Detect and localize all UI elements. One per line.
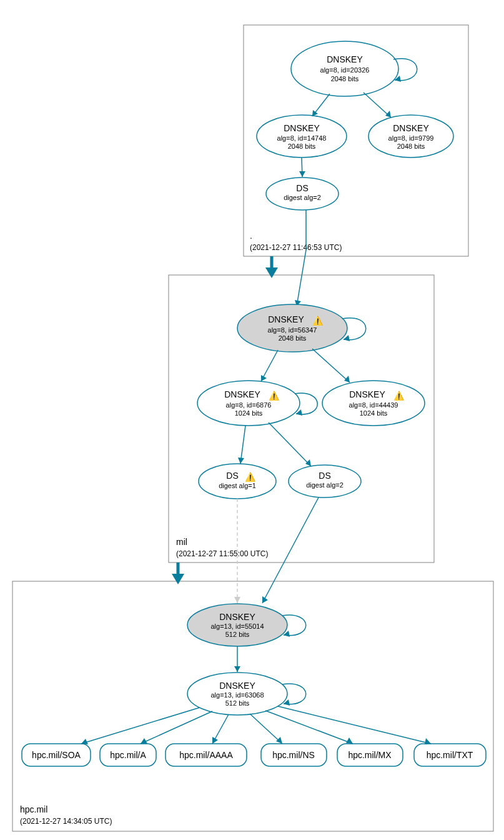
zone-mil-label: mil	[176, 537, 187, 547]
node-mil-ds1: DS ⚠️ digest alg=1	[199, 464, 276, 499]
edge-zsk-soa	[81, 708, 200, 744]
edge-zsk-txt	[278, 706, 431, 744]
node-mil-ds2: DS digest alg=2	[289, 465, 361, 498]
node-mil-zsk1-title: DNSKEY	[224, 389, 260, 399]
node-hpc-ksk-title: DNSKEY	[219, 612, 255, 622]
edge-zsk-a	[141, 711, 212, 744]
rr-ns: hpc.mil/NS	[272, 750, 315, 760]
node-root-ds-alg: digest alg=2	[284, 194, 321, 201]
arrow-rootksk-zsk2	[385, 111, 391, 118]
node-mil-ksk-title: DNSKEY	[268, 314, 304, 324]
rr-aaaa: hpc.mil/AAAA	[179, 750, 233, 760]
node-hpc-zsk: DNSKEY alg=13, id=63068 512 bits	[187, 672, 287, 715]
rr-soa: hpc.mil/SOA	[32, 750, 81, 760]
edge-rootksk-zsk2	[363, 92, 391, 118]
node-mil-zsk1-bits: 1024 bits	[235, 409, 263, 417]
edge-milds2-hpcksk	[262, 498, 319, 603]
node-root-zsk1: DNSKEY alg=8, id=14748 2048 bits	[257, 115, 347, 158]
arrow-rootzsk1-ds	[299, 171, 305, 177]
node-hpc-zsk-alg: alg=13, id=63068	[210, 691, 264, 699]
zone-hpc-timestamp: (2021-12-27 14:34:05 UTC)	[20, 817, 112, 826]
node-root-ksk: DNSKEY alg=8, id=20326 2048 bits	[291, 41, 398, 96]
node-mil-ds2-alg: digest alg=2	[306, 481, 343, 489]
node-mil-zsk1-alg: alg=8, id=6876	[226, 401, 272, 409]
rr-txt: hpc.mil/TXT	[427, 750, 473, 760]
rr-row: hpc.mil/SOA hpc.mil/A hpc.mil/AAAA hpc.m…	[22, 744, 486, 766]
node-mil-zsk2-bits: 1024 bits	[360, 409, 388, 417]
node-root-zsk2-bits: 2048 bits	[397, 142, 425, 150]
node-root-ksk-bits: 2048 bits	[331, 75, 359, 82]
node-mil-ds1-title: DS	[226, 471, 238, 481]
arrow-zsk-ns	[276, 737, 282, 744]
node-root-ds-title: DS	[296, 183, 308, 193]
rr-a: hpc.mil/A	[110, 750, 146, 760]
svg-text:DNSKEY: DNSKEY	[224, 389, 260, 399]
node-mil-zsk2-title: DNSKEY	[349, 389, 385, 399]
node-root-zsk1-alg: alg=8, id=14748	[277, 134, 327, 142]
arrow-zsk-txt	[425, 738, 431, 744]
node-hpc-ksk: DNSKEY alg=13, id=55014 512 bits	[187, 604, 287, 646]
node-hpc-zsk-bits: 512 bits	[225, 699, 250, 707]
node-mil-ksk-alg: alg=8, id=56347	[268, 326, 317, 334]
arrow-zone-root-to-mil	[265, 268, 278, 278]
node-mil-ds2-title: DS	[319, 471, 330, 481]
node-root-zsk1-bits: 2048 bits	[288, 142, 316, 150]
arrow-rootksk-zsk1	[312, 110, 318, 116]
node-mil-ds1-alg: digest alg=1	[219, 482, 256, 489]
node-hpc-ksk-alg: alg=13, id=55014	[210, 622, 264, 630]
node-root-zsk2: DNSKEY alg=8, id=9799 2048 bits	[368, 115, 453, 158]
zone-root-label: .	[250, 231, 252, 241]
edge-rootds-milksk	[297, 210, 306, 306]
node-mil-zsk2: DNSKEY ⚠️ alg=8, id=44439 1024 bits	[322, 381, 425, 426]
node-hpc-ksk-bits: 512 bits	[225, 631, 250, 638]
warning-icon: ⚠️	[269, 391, 280, 401]
svg-text:DS: DS	[226, 471, 238, 481]
arrow-milzsk1-ds1	[238, 458, 244, 464]
node-root-zsk2-alg: alg=8, id=9799	[388, 134, 434, 142]
node-root-zsk2-title: DNSKEY	[393, 123, 429, 133]
svg-point-11	[199, 464, 276, 499]
node-hpc-zsk-title: DNSKEY	[219, 681, 255, 691]
arrow-zone-mil-to-hpc	[172, 574, 184, 584]
svg-text:DNSKEY: DNSKEY	[268, 314, 304, 324]
edge-zsk-ns	[250, 714, 282, 744]
node-root-ksk-title: DNSKEY	[327, 54, 363, 64]
arrow-hpcksk-zsk	[234, 666, 240, 672]
zone-hpc-label: hpc.mil	[20, 804, 47, 814]
node-mil-zsk1: DNSKEY ⚠️ alg=8, id=6876 1024 bits	[197, 381, 300, 426]
node-root-ksk-alg: alg=8, id=20326	[320, 66, 370, 74]
arrow-zsk-mx	[346, 738, 353, 744]
warning-icon: ⚠️	[393, 391, 405, 401]
edge-milzsk1-ds2	[269, 422, 311, 466]
zone-root-timestamp: (2021-12-27 11:46:53 UTC)	[250, 243, 342, 252]
rr-mx: hpc.mil/MX	[348, 750, 392, 760]
node-root-ds: DS digest alg=2	[266, 178, 338, 210]
warning-icon: ⚠️	[245, 472, 256, 482]
edge-milksk-zsk2	[312, 349, 350, 382]
node-mil-ksk-bits: 2048 bits	[279, 334, 307, 342]
node-mil-ksk: DNSKEY ⚠️ alg=8, id=56347 2048 bits	[237, 304, 347, 352]
node-mil-zsk2-alg: alg=8, id=44439	[349, 401, 398, 409]
svg-text:DNSKEY: DNSKEY	[349, 389, 385, 399]
arrow-milds1-hpcksk	[234, 597, 240, 603]
arrow-milzsk1-ds2	[305, 459, 311, 466]
zone-mil-timestamp: (2021-12-27 11:55:00 UTC)	[176, 549, 268, 558]
arrow-milksk-zsk2	[344, 376, 350, 382]
warning-icon: ⚠️	[312, 316, 324, 326]
node-root-zsk1-title: DNSKEY	[284, 123, 320, 133]
